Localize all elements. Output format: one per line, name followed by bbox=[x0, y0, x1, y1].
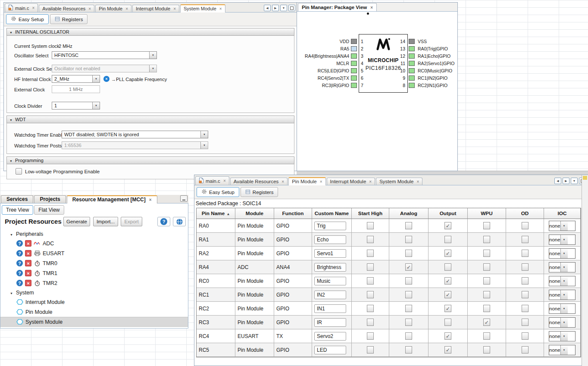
ioc-dropdown[interactable]: none bbox=[549, 276, 575, 286]
close-icon[interactable] bbox=[416, 179, 419, 184]
od-checkbox[interactable] bbox=[522, 291, 529, 298]
tree-item-adc[interactable]: ?ADC bbox=[0, 238, 188, 248]
analog-checkbox[interactable] bbox=[405, 236, 412, 243]
pin-square-rc2-in1-gpio[interactable] bbox=[409, 83, 415, 88]
scroll-tabs-left-icon[interactable] bbox=[264, 5, 271, 11]
wpu-checkbox[interactable] bbox=[483, 277, 490, 285]
viewtab-tree-view[interactable]: Tree View bbox=[2, 205, 33, 215]
pin-manager-tab[interactable]: Pin Manager: Package View bbox=[298, 3, 377, 11]
custom-name-input[interactable]: Echo bbox=[314, 235, 346, 244]
analog-checkbox[interactable] bbox=[405, 263, 412, 271]
minimize-panel-icon[interactable] bbox=[180, 195, 188, 202]
wpu-checkbox[interactable] bbox=[483, 346, 490, 353]
remove-icon[interactable] bbox=[25, 240, 31, 247]
custom-name-input[interactable]: Trig bbox=[314, 222, 346, 230]
analog-checkbox[interactable] bbox=[405, 291, 412, 298]
dropdown-arrow-icon[interactable] bbox=[92, 75, 100, 82]
tab-system-module[interactable]: System Module bbox=[376, 178, 422, 185]
subtab-registers[interactable]: Registers bbox=[241, 187, 278, 197]
pin-square-vss[interactable] bbox=[409, 39, 415, 44]
ioc-dropdown[interactable]: none bbox=[549, 331, 575, 341]
column-header-function[interactable]: Function bbox=[274, 208, 312, 219]
tree-item-interrupt-module[interactable]: Interrupt Module bbox=[0, 297, 188, 307]
analog-checkbox[interactable] bbox=[405, 332, 412, 340]
output-checkbox[interactable] bbox=[444, 263, 451, 271]
ioc-dropdown[interactable]: none bbox=[549, 290, 575, 300]
wdt-header[interactable]: WDT bbox=[6, 116, 294, 123]
close-icon[interactable] bbox=[219, 6, 222, 11]
wpu-checkbox[interactable] bbox=[483, 319, 490, 326]
dropdown-arrow-icon[interactable] bbox=[92, 102, 100, 109]
start-high-checkbox[interactable] bbox=[367, 263, 374, 271]
close-icon[interactable] bbox=[88, 6, 91, 11]
close-icon[interactable] bbox=[370, 5, 373, 10]
analog-checkbox[interactable] bbox=[405, 346, 412, 353]
remove-icon[interactable] bbox=[25, 270, 31, 276]
help-icon[interactable]: ? bbox=[16, 270, 23, 276]
dropdown-arrow-icon[interactable] bbox=[560, 249, 568, 258]
output-checkbox[interactable] bbox=[444, 250, 451, 257]
column-header-wpu[interactable]: WPU bbox=[468, 208, 506, 219]
output-checkbox[interactable] bbox=[444, 319, 451, 326]
help-icon[interactable]: ? bbox=[16, 250, 23, 257]
pin-square-rc1-in2-gpio[interactable] bbox=[409, 75, 415, 81]
custom-name-input[interactable]: Servo2 bbox=[314, 332, 346, 341]
external-clock-select-dropdown[interactable]: Oscillator not enabled bbox=[52, 65, 157, 72]
start-high-checkbox[interactable] bbox=[367, 319, 374, 326]
scroll-tabs-left-icon[interactable] bbox=[554, 178, 561, 184]
column-header-custom-name[interactable]: Custom Name bbox=[312, 208, 352, 219]
tab-system-module[interactable]: System Module bbox=[180, 4, 225, 13]
custom-name-input[interactable]: IR bbox=[314, 318, 346, 327]
wdt-postscaler-dropdown[interactable]: 1:65536 bbox=[62, 141, 208, 149]
dropdown-arrow-icon[interactable] bbox=[560, 290, 568, 300]
tree-item-tmr1[interactable]: ?TMR1 bbox=[0, 268, 188, 278]
tree-item-system-module[interactable]: System Module bbox=[0, 317, 188, 327]
custom-name-input[interactable]: IN1 bbox=[314, 304, 346, 313]
dock-tab-projects[interactable]: Projects bbox=[34, 195, 66, 203]
close-icon[interactable] bbox=[173, 6, 176, 11]
od-checkbox[interactable] bbox=[522, 277, 529, 285]
wpu-checkbox[interactable] bbox=[483, 222, 490, 229]
dropdown-arrow-icon[interactable] bbox=[149, 65, 156, 72]
remove-icon[interactable] bbox=[25, 280, 31, 286]
close-icon[interactable] bbox=[281, 179, 284, 184]
scroll-tabs-right-icon[interactable] bbox=[272, 5, 279, 11]
output-checkbox[interactable] bbox=[444, 291, 451, 298]
dropdown-arrow-icon[interactable] bbox=[560, 318, 568, 327]
wpu-checkbox[interactable] bbox=[483, 291, 490, 298]
custom-name-input[interactable]: Brightness bbox=[314, 263, 346, 272]
ioc-dropdown[interactable]: none bbox=[549, 303, 575, 314]
tree-item-pin-module[interactable]: Pin Module bbox=[0, 307, 188, 317]
od-checkbox[interactable] bbox=[522, 319, 529, 326]
od-checkbox[interactable] bbox=[522, 346, 529, 353]
maximize-icon[interactable] bbox=[288, 5, 295, 11]
output-checkbox[interactable] bbox=[444, 222, 451, 229]
output-checkbox[interactable] bbox=[444, 346, 451, 353]
tab-pin-module[interactable]: Pin Module bbox=[95, 5, 131, 12]
od-checkbox[interactable] bbox=[522, 263, 529, 271]
generate-button[interactable]: Generate bbox=[63, 217, 90, 226]
wpu-checkbox[interactable] bbox=[483, 263, 490, 271]
wpu-checkbox[interactable] bbox=[483, 236, 490, 243]
dropdown-arrow-icon[interactable] bbox=[560, 332, 568, 341]
output-checkbox[interactable] bbox=[444, 305, 451, 312]
viewtab-flat-view[interactable]: Flat View bbox=[34, 205, 64, 215]
pin-square-ra1-echo-gpio[interactable] bbox=[409, 53, 415, 59]
dropdown-arrow-icon[interactable] bbox=[149, 52, 156, 59]
subtab-easy-setup[interactable]: Easy Setup bbox=[6, 14, 49, 24]
help-icon[interactable]: ? bbox=[16, 240, 23, 247]
od-checkbox[interactable] bbox=[522, 250, 529, 257]
oscillator-select-dropdown[interactable]: HFINTOSC bbox=[52, 51, 157, 59]
output-checkbox[interactable] bbox=[444, 277, 451, 285]
lvp-checkbox[interactable] bbox=[16, 168, 22, 175]
start-high-checkbox[interactable] bbox=[367, 291, 374, 298]
tree-item-eusart[interactable]: ?EUSART bbox=[0, 248, 188, 258]
column-header-ioc[interactable]: IOC bbox=[544, 208, 581, 219]
output-checkbox[interactable] bbox=[444, 236, 451, 243]
column-header-od[interactable]: OD bbox=[506, 208, 544, 219]
dock-tab-resource-management-mcc[interactable]: Resource Management [MCC] bbox=[67, 195, 157, 203]
dropdown-arrow-icon[interactable] bbox=[200, 131, 208, 138]
tab-main-c[interactable]: main.c bbox=[195, 176, 229, 185]
analog-checkbox[interactable] bbox=[405, 250, 412, 257]
analog-checkbox[interactable] bbox=[405, 277, 412, 285]
